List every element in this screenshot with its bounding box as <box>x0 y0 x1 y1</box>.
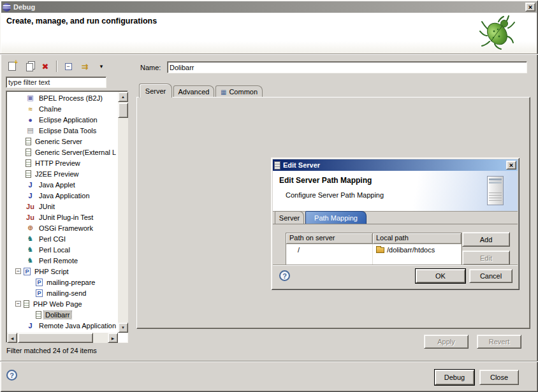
scroll-thumb[interactable] <box>118 103 128 118</box>
tree-item-http-preview[interactable]: HTTP Preview <box>8 157 116 168</box>
tree-item-java-applet[interactable]: JJava Applet <box>8 179 116 190</box>
tab-advanced[interactable]: Advanced <box>173 85 214 98</box>
tab-common[interactable]: ▦ Common <box>215 85 263 98</box>
tree-item-dolibarr[interactable]: Dolibarr <box>8 309 116 320</box>
perl-icon: ♞ <box>25 245 35 254</box>
tree-item-remote-java-application[interactable]: JRemote Java Application <box>8 320 116 331</box>
banner-separator <box>0 54 538 55</box>
scroll-left-button[interactable]: ◀ <box>7 333 17 343</box>
tree-item-perl-local[interactable]: ♞Perl Local <box>8 244 116 255</box>
tree-item-label: HTTP Preview <box>34 159 82 167</box>
scroll-thumb[interactable] <box>18 333 93 343</box>
tree-expander-icon[interactable]: − <box>15 301 21 307</box>
server-tower-icon <box>487 176 504 205</box>
edit-button[interactable]: Edit <box>462 250 510 265</box>
scroll-down-button[interactable]: ▼ <box>118 323 128 333</box>
edit-server-close-button[interactable]: × <box>506 161 516 170</box>
tree-item-cha-ne[interactable]: ≈Chaîne <box>8 103 116 114</box>
local-path-cell: /dolibarr/htdocs <box>387 246 435 254</box>
tree-item-label: J2EE Preview <box>34 170 80 178</box>
duplicate-configuration-icon <box>26 63 33 71</box>
scroll-right-button[interactable]: ▶ <box>108 333 118 343</box>
tree-item-j2ee-preview[interactable]: J2EE Preview <box>8 168 116 179</box>
ok-button[interactable]: OK <box>416 269 465 283</box>
tree-item-perl-remote[interactable]: ♞Perl Remote <box>8 255 116 266</box>
name-input[interactable] <box>167 61 527 73</box>
tree-item-php-script[interactable]: −PPHP Script <box>8 266 116 277</box>
tab-server[interactable]: Server <box>139 83 172 98</box>
column-local-path: Local path <box>373 233 462 244</box>
collapse-all-icon <box>65 63 72 70</box>
tree-item-junit-plug-in-test[interactable]: JuJUnit Plug-in Test <box>8 212 116 222</box>
toolbar-separator <box>56 61 57 72</box>
tree-vertical-scrollbar[interactable]: ▲ ▼ <box>118 92 128 333</box>
tree-expander-icon[interactable]: − <box>15 268 21 274</box>
debug-dialog-window: Debug × Create, manage, and run configur… <box>0 0 538 392</box>
edit-server-titlebar: Edit Server × <box>273 159 518 171</box>
window-titlebar: Debug × <box>1 1 537 13</box>
close-button[interactable]: Close <box>479 370 519 385</box>
banner: Create, manage, and run configurations <box>1 13 537 54</box>
scroll-up-button[interactable]: ▲ <box>118 92 128 102</box>
tree-item-java-application[interactable]: JJava Application <box>8 190 116 201</box>
eclipse-logo-icon <box>3 3 11 11</box>
java-applet-icon: J <box>25 180 35 189</box>
tree-item-osgi-framework[interactable]: ⊕OSGi Framework <box>8 222 116 233</box>
tree-item-label: Chaîne <box>38 105 62 113</box>
tree-item-label: Remote Java Application <box>38 322 116 330</box>
tree-item-generic-server[interactable]: Generic Server <box>8 136 116 147</box>
tree-item-label: PHP Script <box>33 268 70 275</box>
tree-rows: ▣BPEL Process (B2J)≈Chaîne●Eclipse Appli… <box>8 92 116 331</box>
server-icon <box>25 138 31 145</box>
table-icon: ▦ <box>221 89 226 96</box>
server-icon <box>24 300 29 308</box>
dialog-help-button[interactable]: ? <box>279 270 290 281</box>
tree-item-eclipse-application[interactable]: ●Eclipse Application <box>8 114 116 125</box>
tree-horizontal-scrollbar[interactable]: ◀ ▶ <box>7 333 118 343</box>
cancel-button[interactable]: Cancel <box>469 269 513 283</box>
window-close-button[interactable]: × <box>525 3 535 11</box>
filter-status: Filter matched 24 of 24 items <box>6 347 97 354</box>
tree-item-label: Perl Remote <box>38 257 79 265</box>
tree-item-label: Perl Local <box>38 246 71 254</box>
apply-button[interactable]: Apply <box>424 335 469 349</box>
tree-item-junit[interactable]: JuJUnit <box>8 201 116 212</box>
tree-item-php-web-page[interactable]: −PHP Web Page <box>8 298 116 309</box>
revert-button[interactable]: Revert <box>477 335 521 349</box>
banner-heading: Create, manage, and run configurations <box>6 17 157 25</box>
tree-item-label: Eclipse Data Tools <box>38 127 98 134</box>
bug-icon <box>479 14 515 51</box>
delete-configuration-icon: ✖ <box>42 62 49 71</box>
dialog-tab-path-mapping[interactable]: Path Mapping <box>305 211 367 224</box>
tree-item-label: OSGi Framework <box>38 224 94 232</box>
path-mapping-row[interactable]: //dolibarr/htdocs <box>286 244 462 255</box>
debug-button[interactable]: Debug <box>435 370 474 385</box>
server-icon <box>25 159 31 167</box>
tree-item-generic-server-external-la[interactable]: Generic Server(External La <box>8 147 116 157</box>
dialog-tab-server[interactable]: Server <box>275 211 304 224</box>
column-path-on-server: Path on server <box>286 233 373 244</box>
collapse-all-button[interactable] <box>61 59 75 73</box>
duplicate-configuration-button[interactable] <box>22 59 36 73</box>
tree-item-label: Generic Server <box>34 138 84 145</box>
edit-server-header: Edit Server Path Mapping Configure Serve… <box>273 171 518 212</box>
help-button[interactable]: ? <box>6 370 17 381</box>
delete-configuration-button[interactable]: ✖ <box>38 59 52 73</box>
tree-item-mailing-prepare[interactable]: Pmailing-prepare <box>8 277 116 287</box>
tree-item-label: JUnit <box>38 203 56 210</box>
filter-button[interactable]: ⇉ <box>78 59 92 73</box>
empty-table-row <box>286 255 462 265</box>
new-configuration-icon <box>8 62 16 71</box>
tree-item-mailing-send[interactable]: Pmailing-send <box>8 287 116 298</box>
filter-input[interactable] <box>6 76 106 88</box>
tree-item-label: Generic Server(External La <box>34 149 116 156</box>
window-title: Debug <box>13 3 525 11</box>
tree-item-bpel-process-b2j[interactable]: ▣BPEL Process (B2J) <box>8 92 116 103</box>
server-icon <box>36 311 41 319</box>
new-configuration-button[interactable] <box>5 59 19 73</box>
tree-item-eclipse-data-tools[interactable]: ▤Eclipse Data Tools <box>8 125 116 136</box>
add-button[interactable]: Add <box>462 232 510 247</box>
tree-item-perl-cgi[interactable]: ♞Perl CGI <box>8 233 116 244</box>
folder-icon <box>376 247 384 253</box>
toolbar-menu-arrow-button[interactable]: ▾ <box>94 59 108 73</box>
